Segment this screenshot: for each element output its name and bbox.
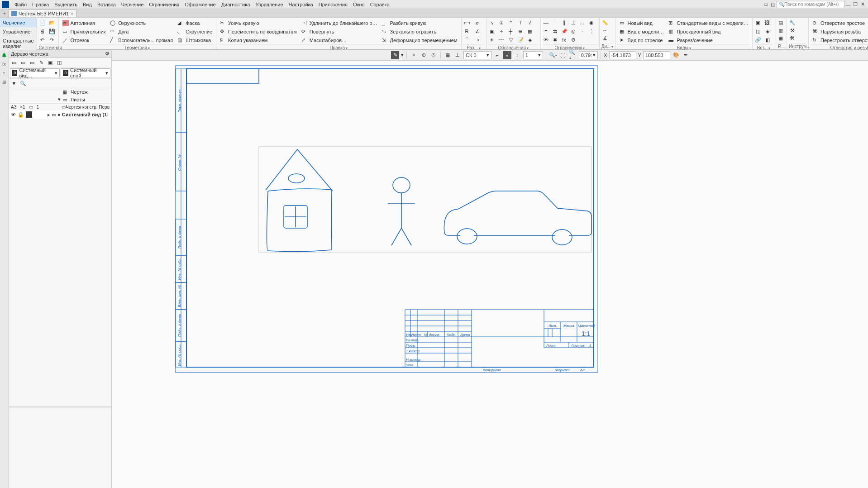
close-icon[interactable]: ✕	[859, 1, 866, 8]
axis-icon[interactable]: ⊕	[517, 28, 524, 35]
vtool-props-icon[interactable]: ⊞	[0, 78, 8, 86]
newview-button[interactable]: ▭Новый вид	[618, 19, 666, 27]
ct-axis-icon[interactable]: ↕	[513, 51, 521, 59]
ribbon-tab-manage[interactable]: Управление	[0, 27, 37, 36]
ins-macro-icon[interactable]: ◈	[764, 28, 771, 35]
stdviews-button[interactable]: ⊞Стандартные виды с модели…	[667, 19, 750, 27]
ribbon-tab-stdparts[interactable]: Стандартные изделия	[0, 36, 37, 51]
projview-button[interactable]: ▥Проекционный вид	[667, 28, 750, 36]
diag-measure-icon[interactable]: 📏	[601, 19, 609, 26]
r-icon2[interactable]: ▥	[777, 27, 784, 34]
drawing-canvas[interactable]: Перв. примен. Справ. № Подп. и дата Инв.…	[112, 61, 868, 488]
misc-label-icon[interactable]: ◈	[526, 36, 534, 43]
new-tab-button[interactable]: ＋	[0, 10, 8, 18]
c-param-icon[interactable]: fx	[561, 36, 568, 43]
r-icon1[interactable]: ▤	[777, 19, 784, 26]
dim-linear-icon[interactable]: ⟷	[463, 19, 471, 26]
layout-icon2[interactable]: ◫	[769, 1, 777, 8]
scale-combo[interactable]: 1▾	[523, 51, 543, 59]
instr-icon2[interactable]: ⚒	[789, 27, 796, 34]
ct-sqrt-icon[interactable]: √	[503, 51, 511, 59]
autoline-button[interactable]: ▱Автолиния	[61, 19, 108, 27]
rebuild-holes-button[interactable]: ↻Перестроить отверстия и из…	[811, 36, 868, 44]
hole-simple-button[interactable]: ⊖Отверстие простое	[811, 19, 868, 27]
datum-icon[interactable]: ▣	[488, 28, 496, 35]
c-midpoint-icon[interactable]: ·	[579, 28, 586, 35]
redo-icon[interactable]: ↷	[48, 36, 56, 43]
dim-auto-icon[interactable]: ⇥	[474, 36, 481, 43]
menu-select[interactable]: Выделить	[52, 1, 80, 8]
rough-icon[interactable]: ▽	[507, 36, 515, 43]
dim-angle-icon[interactable]: ∠	[474, 28, 481, 35]
split-button[interactable]: ⎯Разбить кривую	[380, 19, 459, 27]
ins-local-icon[interactable]: ◧	[764, 36, 771, 43]
thread-ext-button[interactable]: ⌘Наружная резьба	[811, 28, 868, 36]
c-show-icon[interactable]: 👁	[543, 36, 550, 43]
minimize-icon[interactable]: —	[844, 1, 852, 8]
ins-hyper-icon[interactable]: 🔗	[754, 36, 762, 43]
c-equal-icon[interactable]: =	[543, 28, 550, 35]
group-diag-label[interactable]: Ди...	[601, 43, 614, 49]
ct-snap3-icon[interactable]: ◎	[429, 51, 438, 59]
gtol-icon[interactable]: ⌖	[498, 28, 505, 35]
document-tab[interactable]: Чертеж БЕЗ ИМЕНИ1 ×	[8, 10, 76, 17]
c-symm-icon[interactable]: ⇆	[552, 28, 559, 35]
ct-eyedrop-icon[interactable]: ✒	[682, 51, 690, 59]
tree-btn6[interactable]: ◫	[55, 59, 63, 66]
segment-button[interactable]: ／Отрезок	[61, 36, 108, 44]
tree-node-drawing[interactable]: ▦Чертеж	[9, 88, 111, 96]
leader-icon[interactable]: ↘	[488, 19, 496, 26]
dim-dia-icon[interactable]: ⌀	[474, 19, 481, 26]
menu-edit[interactable]: Правка	[29, 1, 52, 8]
menu-manage[interactable]: Управление	[253, 1, 286, 8]
r-icon3[interactable]: ▦	[777, 34, 784, 42]
maximize-icon[interactable]: ❐	[852, 1, 859, 8]
tree-btn4[interactable]: ✎	[37, 59, 45, 66]
menu-constraints[interactable]: Ограничения	[146, 1, 182, 8]
tree-btn3[interactable]: ▭	[28, 59, 36, 66]
rectangle-button[interactable]: ▭Прямоугольник	[61, 28, 108, 36]
surffin-icon[interactable]: √	[526, 19, 534, 26]
layer-select[interactable]: 0Системный слой▾	[61, 68, 110, 77]
hatch-button[interactable]: ▨Штриховка	[176, 36, 214, 44]
menu-diagnostics[interactable]: Диагностика	[219, 1, 253, 8]
menu-design[interactable]: Оформление	[182, 1, 218, 8]
modelview-button[interactable]: ▦Вид с модели…	[618, 28, 666, 36]
menu-view[interactable]: Вид	[80, 1, 95, 8]
vtool-layers-icon[interactable]: ≡	[0, 69, 8, 77]
menu-insert[interactable]: Вставка	[95, 1, 119, 8]
scale-button[interactable]: ⤢Масштабиров…	[300, 36, 379, 44]
tab-close-icon[interactable]: ×	[71, 11, 73, 16]
table-icon[interactable]: ▦	[526, 28, 534, 35]
c-tangent-icon[interactable]: ⌓	[579, 19, 586, 26]
layer-combo[interactable]: СК 0▾	[463, 51, 491, 59]
c-fix-icon[interactable]: 📌	[561, 28, 568, 35]
menu-file[interactable]: Файл	[12, 1, 29, 8]
view-select[interactable]: 0Системный вид…▾	[10, 68, 60, 77]
save-icon[interactable]: 💾	[48, 28, 56, 35]
dim-arc-icon[interactable]: ⌒	[463, 36, 471, 43]
note-icon[interactable]: 📝	[517, 36, 524, 43]
tree-gear-icon[interactable]: ⚙	[105, 51, 110, 57]
menu-apps[interactable]: Приложения	[316, 1, 350, 8]
zoom-in-icon[interactable]: 🔍+	[569, 51, 577, 59]
filter-icon[interactable]: ▼	[10, 80, 18, 87]
fillet-button[interactable]: ◟Скругление	[176, 28, 214, 36]
ins-frag-icon[interactable]: ▣	[754, 19, 762, 26]
c-coinc-icon[interactable]: ◉	[588, 19, 595, 26]
open-icon[interactable]: 📂	[48, 19, 56, 26]
vtool-fx-icon[interactable]: fx	[0, 60, 8, 68]
vtool-tree-icon[interactable]: 🌲	[0, 51, 8, 59]
ct-snap1-icon[interactable]: ⌖	[410, 51, 418, 59]
section-button[interactable]: ▬Разрез/сечение	[667, 36, 750, 44]
print-icon[interactable]: 🖨	[39, 28, 46, 35]
balloon-icon[interactable]: ①	[498, 19, 505, 26]
ins-img-icon[interactable]: 🖼	[764, 19, 771, 26]
undo-icon[interactable]: ↶	[39, 36, 46, 43]
layout-icon1[interactable]: ▭	[762, 1, 769, 8]
wave-icon[interactable]: 〰	[498, 36, 505, 43]
ct-grid-icon[interactable]: ▦	[444, 51, 452, 59]
ct-snap2-icon[interactable]: ⊕	[420, 51, 428, 59]
search-tree-icon[interactable]: 🔍	[19, 80, 27, 87]
ct-pencil-icon[interactable]: ✎	[391, 51, 399, 59]
